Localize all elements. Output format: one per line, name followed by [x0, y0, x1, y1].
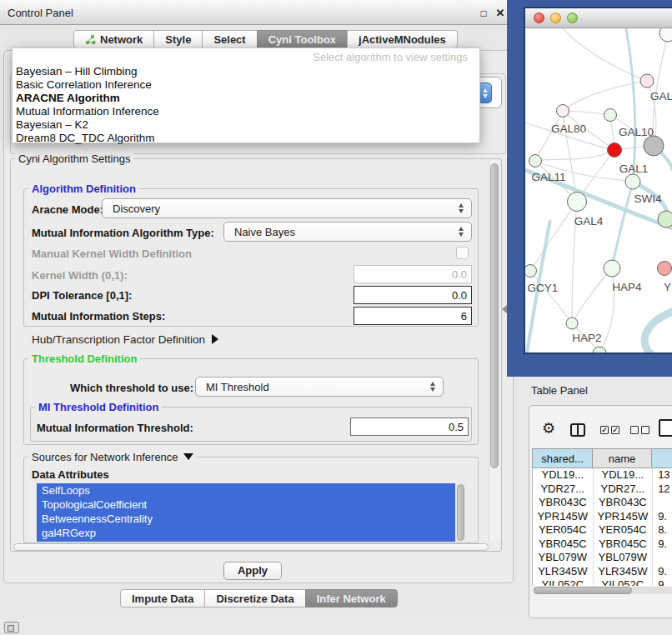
- sources-expander[interactable]: Sources for Network Inference: [28, 451, 197, 463]
- column-header-name[interactable]: name: [592, 448, 652, 468]
- column-header-partial[interactable]: [651, 448, 672, 468]
- dropdown-item[interactable]: Dream8 DC_TDC Algorithm: [16, 132, 476, 145]
- apply-button[interactable]: Apply: [223, 562, 282, 580]
- gear-icon[interactable]: ⚙: [542, 421, 555, 436]
- stepper-icon: [426, 382, 439, 392]
- dropdown-item[interactable]: Bayesian – K2: [16, 118, 476, 132]
- screen: Control Panel □ ✕ Network Style Select C…: [0, 0, 672, 635]
- table-row[interactable]: YBR045CYBR045C9.: [533, 538, 672, 552]
- minimized-panel-icon[interactable]: [4, 622, 19, 633]
- table-row[interactable]: YDL19...YDL19...13: [533, 468, 672, 482]
- dpi-tolerance-field[interactable]: [354, 286, 472, 304]
- cyni-algorithm-settings-title: Cyni Algorithm Settings: [15, 152, 133, 165]
- mi-steps-label: Mutual Information Steps:: [32, 310, 165, 322]
- tab-impute-data[interactable]: Impute Data: [120, 589, 205, 608]
- tab-network-label: Network: [100, 33, 143, 46]
- cell: 9.: [653, 578, 672, 586]
- settings-hscrollbar-thumb[interactable]: [13, 543, 489, 551]
- dropdown-item[interactable]: Basic Correlation Inference: [16, 78, 476, 92]
- tab-infer-network[interactable]: Infer Network: [305, 589, 398, 608]
- control-panel-titlebar: Control Panel □ ✕: [0, 0, 517, 25]
- cell: [653, 496, 672, 510]
- node-label: GAL11: [531, 171, 565, 183]
- table-hscrollbar-thumb[interactable]: [534, 587, 632, 594]
- node-green-right[interactable]: [658, 211, 672, 228]
- hub-definition-label: Hub/Transcription Factor Definition: [32, 333, 205, 346]
- attribute-item-selected[interactable]: TopologicalCoefficient: [37, 498, 455, 512]
- node-hap2[interactable]: [566, 318, 578, 329]
- which-threshold-combobox[interactable]: MI Threshold: [195, 377, 444, 397]
- float-panel-button[interactable]: □: [477, 7, 490, 20]
- cell: YDL19...: [533, 468, 594, 482]
- tab-infer-network-label: Infer Network: [317, 592, 386, 605]
- tab-style[interactable]: Style: [153, 30, 203, 48]
- select-all-columns-icon[interactable]: ✓ ✓: [600, 426, 622, 434]
- checkbox-checked-icon: ✓: [611, 426, 619, 434]
- dropdown-item[interactable]: Bayesian – Hill Climbing: [16, 65, 476, 78]
- network-window-titlebar[interactable]: [525, 8, 672, 28]
- node-gal-top[interactable]: [640, 74, 654, 88]
- tab-discretize-data[interactable]: Discretize Data: [204, 589, 305, 608]
- table-row[interactable]: YLR345WYLR345W9.: [533, 565, 672, 579]
- node-hap4[interactable]: [604, 260, 620, 277]
- tab-select[interactable]: Select: [202, 30, 257, 48]
- split-columns-icon[interactable]: [570, 423, 585, 437]
- node-gal80[interactable]: [557, 105, 569, 118]
- table-row[interactable]: YDR27...YDR27...12: [533, 482, 672, 497]
- tab-jactivemnodules[interactable]: jActiveMNodules: [347, 30, 458, 48]
- tab-discretize-data-label: Discretize Data: [216, 592, 293, 605]
- close-panel-button[interactable]: ✕: [494, 7, 507, 20]
- node-gray[interactable]: [644, 136, 664, 156]
- settings-vscrollbar-thumb[interactable]: [490, 163, 499, 468]
- cell: 9.: [653, 510, 672, 524]
- zoom-window-button[interactable]: [567, 12, 578, 23]
- checkbox-unchecked-icon: [630, 426, 639, 434]
- table-row[interactable]: YBR043CYBR043C: [533, 496, 672, 510]
- mi-algorithm-type-combobox[interactable]: Naive Bayes: [223, 222, 472, 242]
- tab-network[interactable]: Network: [73, 30, 154, 48]
- document-icon[interactable]: [659, 419, 672, 437]
- network-canvas[interactable]: GAL GAL80 GAL10 GAL1 GAL11 SWI4 GAL4 GCY…: [525, 28, 672, 352]
- node-gal1-selected[interactable]: [608, 143, 622, 158]
- deselect-all-columns-icon[interactable]: [630, 426, 652, 434]
- table-row[interactable]: YBL079WYBL079W: [533, 551, 672, 565]
- node-gcy1[interactable]: [525, 265, 537, 278]
- node-partial-top[interactable]: [659, 28, 672, 42]
- cell: YBL079W: [533, 551, 594, 565]
- node-gal11[interactable]: [529, 155, 542, 168]
- column-header-shared-name[interactable]: shared...: [532, 448, 593, 468]
- expand-down-icon: [183, 453, 193, 460]
- minimize-window-button[interactable]: [550, 12, 561, 23]
- node-pink-right[interactable]: [658, 262, 672, 276]
- mi-threshold-field[interactable]: [350, 418, 469, 436]
- cell: YER054C: [594, 523, 654, 538]
- tab-cyni-toolbox[interactable]: Cyni Toolbox: [257, 30, 348, 48]
- node-swi4[interactable]: [625, 174, 640, 189]
- mi-algorithm-type-label: Mutual Information Algorithm Type:: [32, 227, 214, 239]
- table-row[interactable]: YIL052CYIL052C9.: [533, 578, 672, 586]
- dropdown-item[interactable]: Mutual Information Inference: [16, 105, 476, 118]
- close-window-button[interactable]: [534, 12, 544, 23]
- sources-title: Sources for Network Inference: [32, 451, 178, 463]
- attribute-item-selected[interactable]: gal4RGexp: [37, 526, 455, 540]
- table-row[interactable]: YER054CYER054C8.: [533, 523, 672, 538]
- node-label: GAL10: [619, 126, 654, 138]
- aracne-mode-combobox[interactable]: Discovery: [102, 198, 472, 218]
- cell: YPR145W: [533, 510, 594, 524]
- dropdown-item-selected[interactable]: ARACNE Algorithm: [16, 92, 476, 105]
- hub-definition-expander[interactable]: Hub/Transcription Factor Definition: [32, 333, 218, 346]
- bottom-tabbar: Impute Data Discretize Data Infer Networ…: [120, 589, 398, 608]
- tab-jactivemnodules-label: jActiveMNodules: [359, 33, 446, 46]
- network-node-labels: GAL GAL80 GAL10 GAL1 GAL11 SWI4 GAL4 GCY…: [528, 90, 672, 344]
- mi-steps-field[interactable]: [354, 307, 472, 325]
- attribute-item-selected[interactable]: SelfLoops: [37, 483, 455, 498]
- kernel-width-field[interactable]: [354, 265, 472, 283]
- attribute-item-selected[interactable]: BetweennessCentrality: [37, 512, 455, 526]
- table-row[interactable]: YPR145WYPR145W9.: [533, 510, 672, 524]
- dpi-tolerance-label: DPI Tolerance [0,1]:: [32, 289, 132, 302]
- attributes-vscrollbar-thumb[interactable]: [457, 484, 464, 541]
- node-gal4[interactable]: [568, 192, 587, 212]
- cell: YLR345W: [533, 565, 594, 579]
- manual-kernel-width-checkbox[interactable]: [456, 247, 469, 259]
- node-gal10[interactable]: [604, 109, 617, 122]
